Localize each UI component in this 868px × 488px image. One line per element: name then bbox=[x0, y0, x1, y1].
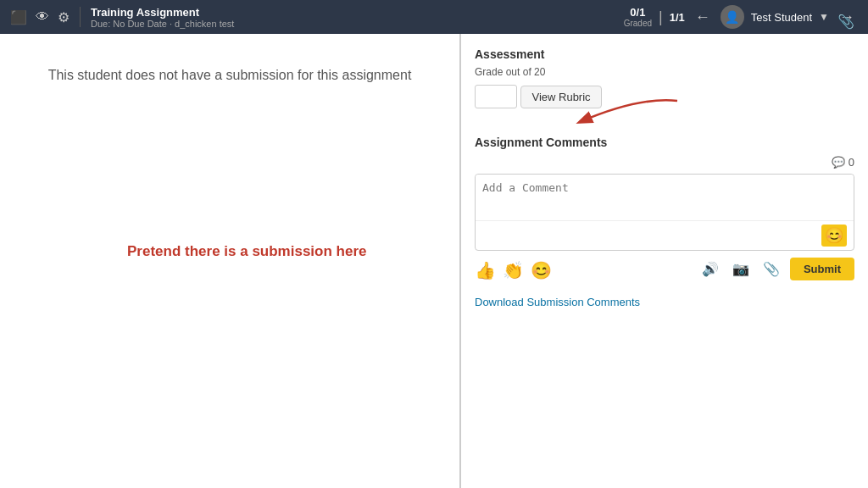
graded-label: Graded bbox=[624, 19, 652, 28]
grade-label: Grade out of 20 bbox=[475, 66, 854, 78]
header-divider bbox=[80, 7, 81, 27]
no-submission-text: This student does not have a submission … bbox=[48, 68, 412, 83]
grade-fraction-block: 0/1 Graded bbox=[624, 6, 652, 28]
header-nav: 0/1 Graded | 1/1 ← 👤 Test Student ▼ → bbox=[624, 5, 858, 30]
header-title-block: Training Assignment Due: No Due Date · d… bbox=[91, 6, 614, 29]
header-icons: ⬛ 👁 ⚙ bbox=[10, 9, 70, 25]
comments-title: Assignment Comments bbox=[475, 136, 854, 149]
download-submission-link[interactable]: Download Submission Comments bbox=[475, 296, 854, 308]
emoji-smile[interactable]: 😊 bbox=[531, 260, 552, 280]
actions-row: 🔊 📷 📎 Submit bbox=[698, 258, 854, 280]
quick-emoji-row: 👍 👏 😊 bbox=[475, 260, 552, 280]
emoji-clap[interactable]: 👏 bbox=[503, 260, 524, 280]
left-panel: This student does not have a submission … bbox=[0, 34, 461, 488]
assessment-title: Assessment bbox=[475, 47, 854, 61]
assessment-section: Assessment Grade out of 20 View Rubric bbox=[475, 47, 854, 119]
pretend-submission-text: Pretend there is a submission here bbox=[127, 241, 366, 262]
grade-input[interactable] bbox=[475, 85, 517, 108]
view-rubric-button[interactable]: View Rubric bbox=[520, 86, 601, 108]
layout-icon[interactable]: ⬛ bbox=[10, 9, 27, 25]
nav-prev-button[interactable]: ← bbox=[692, 5, 714, 30]
paperclip-icon[interactable]: 📎 bbox=[760, 258, 783, 280]
video-icon[interactable]: 📷 bbox=[729, 258, 753, 280]
view-rubric-label: View Rubric bbox=[531, 91, 590, 103]
assignment-subtitle: Due: No Due Date · d_chicken test bbox=[91, 19, 614, 29]
student-name: Test Student bbox=[751, 11, 812, 24]
nav-separator: | bbox=[659, 8, 663, 26]
eye-icon[interactable]: 👁 bbox=[36, 9, 49, 25]
page-count: 1/1 bbox=[670, 11, 685, 24]
header: ⬛ 👁 ⚙ Training Assignment Due: No Due Da… bbox=[0, 0, 868, 34]
grade-fraction: 0/1 bbox=[624, 6, 652, 19]
audio-icon[interactable]: 🔊 bbox=[698, 258, 722, 280]
avatar: 👤 bbox=[721, 5, 744, 29]
comment-box-wrapper: 😊 bbox=[475, 174, 854, 251]
submit-button[interactable]: Submit bbox=[790, 258, 854, 280]
comments-section: Assignment Comments 💬 0 😊 👍 👏 😊 bbox=[475, 136, 854, 308]
assignment-title: Training Assignment bbox=[91, 6, 614, 19]
dropdown-arrow-icon[interactable]: ▼ bbox=[819, 11, 829, 23]
comment-bottom-row: 😊 bbox=[476, 220, 854, 250]
comment-textarea[interactable] bbox=[476, 175, 854, 217]
settings-icon[interactable]: ⚙ bbox=[58, 9, 70, 25]
emoji-smiley-button[interactable]: 😊 bbox=[821, 225, 847, 247]
emoji-thumbsup[interactable]: 👍 bbox=[475, 260, 496, 280]
comment-count: 0 bbox=[849, 156, 854, 169]
comment-count-row: 💬 0 bbox=[475, 156, 854, 169]
right-panel: 📎 Assessment Grade out of 20 View Rubric bbox=[461, 34, 868, 488]
comment-icon: 💬 bbox=[832, 156, 845, 169]
main-content: This student does not have a submission … bbox=[0, 34, 868, 488]
